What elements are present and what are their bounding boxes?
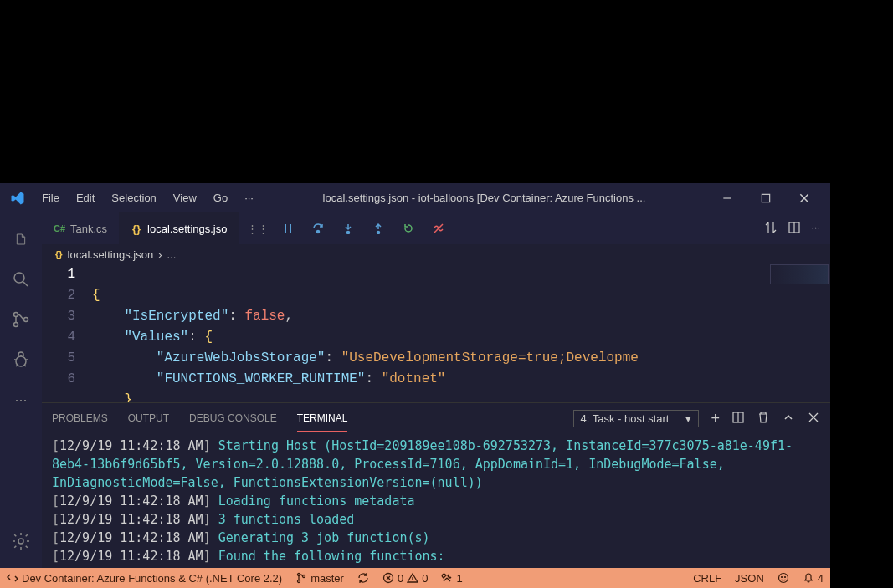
terminal-output[interactable]: [12/9/19 11:42:18 AM] Starting Host (Hos… bbox=[42, 433, 830, 568]
new-terminal-icon[interactable]: + bbox=[711, 410, 720, 427]
maximize-panel-icon[interactable] bbox=[782, 411, 795, 427]
close-button[interactable] bbox=[785, 183, 824, 212]
dropdown-icon: ▾ bbox=[685, 412, 691, 425]
terminal-timestamp: [12/9/19 11:42:18 AM] bbox=[52, 493, 211, 509]
svg-point-12 bbox=[298, 574, 300, 576]
sync-icon bbox=[357, 572, 369, 584]
activity-bar: ··· bbox=[0, 212, 42, 568]
split-editor-icon[interactable] bbox=[788, 221, 801, 237]
svg-point-4 bbox=[24, 318, 28, 322]
feedback-icon[interactable] bbox=[771, 572, 796, 585]
warning-icon bbox=[407, 572, 418, 584]
svg-point-1 bbox=[14, 273, 24, 283]
menu-view[interactable]: View bbox=[167, 188, 203, 207]
tab-tank-cs[interactable]: C# Tank.cs bbox=[42, 212, 119, 244]
restart-icon[interactable] bbox=[398, 217, 419, 239]
breadcrumb-file[interactable]: local.settings.json bbox=[68, 248, 154, 261]
drag-handle-icon[interactable]: ⋮⋮ bbox=[247, 217, 269, 239]
menu-edit[interactable]: Edit bbox=[69, 188, 101, 207]
step-out-icon[interactable] bbox=[367, 217, 389, 239]
panel-tab-debug-console[interactable]: DEBUG CONSOLE bbox=[189, 406, 277, 431]
source-control-icon[interactable] bbox=[0, 299, 42, 340]
terminal-timestamp: [12/9/19 11:42:18 AM] bbox=[52, 438, 211, 453]
git-branch[interactable]: master bbox=[289, 572, 351, 585]
remote-icon bbox=[7, 572, 18, 584]
svg-point-2 bbox=[14, 313, 18, 317]
tools-icon bbox=[441, 572, 453, 584]
tab-local-settings[interactable]: {} local.settings.jso bbox=[119, 212, 239, 244]
statusbar: Dev Container: Azure Functions & C# (.NE… bbox=[0, 568, 830, 588]
step-over-icon[interactable] bbox=[307, 217, 329, 239]
compare-changes-icon[interactable] bbox=[764, 221, 778, 237]
terminal-timestamp: [12/9/19 11:42:18 AM] bbox=[52, 549, 211, 564]
csharp-file-icon: C# bbox=[54, 222, 65, 234]
json-file-icon: {} bbox=[131, 222, 142, 234]
debug-toolbar: ⋮⋮ bbox=[239, 217, 458, 239]
json-file-icon: {} bbox=[55, 249, 63, 259]
titlebar: File Edit Selection View Go ··· local.se… bbox=[0, 183, 830, 212]
bell-icon bbox=[803, 572, 814, 584]
panel-tab-problems[interactable]: PROBLEMS bbox=[52, 406, 108, 431]
search-icon[interactable] bbox=[0, 259, 42, 299]
tab-label: local.settings.jso bbox=[147, 222, 227, 235]
eol-indicator[interactable]: CRLF bbox=[686, 572, 728, 585]
terminal-timestamp: [12/9/19 11:42:18 AM] bbox=[52, 512, 211, 527]
maximize-button[interactable] bbox=[747, 183, 785, 212]
line-gutter: 1 2 3 4 5 6 bbox=[42, 264, 92, 402]
code-content[interactable]: { "IsEncrypted": false, "Values": { "Azu… bbox=[92, 264, 830, 402]
terminal-message: Loading functions metadata bbox=[211, 493, 415, 509]
terminal-message: Found the following functions: bbox=[211, 549, 445, 564]
svg-point-3 bbox=[14, 323, 18, 327]
more-icon[interactable]: ··· bbox=[0, 380, 42, 420]
minimap[interactable] bbox=[770, 264, 829, 284]
svg-rect-0 bbox=[762, 194, 769, 202]
disconnect-icon[interactable] bbox=[428, 217, 449, 239]
bottom-panel: PROBLEMS OUTPUT DEBUG CONSOLE TERMINAL 4… bbox=[42, 402, 830, 568]
editor[interactable]: 1 2 3 4 5 6 { "IsEncrypted": false, "Val… bbox=[42, 264, 830, 402]
svg-point-16 bbox=[778, 574, 788, 583]
debug-icon[interactable] bbox=[0, 340, 42, 380]
branch-icon bbox=[295, 572, 307, 584]
tools-indicator[interactable]: 1 bbox=[434, 572, 469, 585]
error-icon bbox=[382, 572, 394, 584]
step-into-icon[interactable] bbox=[337, 217, 359, 239]
terminal-timestamp: [12/9/19 11:42:18 AM] bbox=[52, 530, 211, 545]
menu-selection[interactable]: Selection bbox=[105, 188, 162, 207]
close-panel-icon[interactable] bbox=[807, 411, 820, 427]
kill-terminal-icon[interactable] bbox=[757, 411, 770, 427]
problems-indicator[interactable]: 0 0 bbox=[376, 572, 434, 585]
svg-point-7 bbox=[317, 231, 320, 233]
svg-point-6 bbox=[18, 539, 23, 544]
explorer-icon[interactable] bbox=[0, 219, 42, 259]
tab-bar: C# Tank.cs {} local.settings.jso ⋮⋮ bbox=[42, 212, 830, 244]
remote-indicator[interactable]: Dev Container: Azure Functions & C# (.NE… bbox=[0, 572, 289, 585]
vscode-logo-icon bbox=[10, 191, 25, 206]
tab-label: Tank.cs bbox=[70, 222, 107, 235]
menu-file[interactable]: File bbox=[35, 188, 66, 207]
sync-button[interactable] bbox=[351, 572, 376, 584]
svg-point-8 bbox=[347, 232, 350, 234]
menu-go[interactable]: Go bbox=[207, 188, 234, 207]
breadcrumb-rest[interactable]: ... bbox=[167, 248, 177, 261]
vscode-window: File Edit Selection View Go ··· local.se… bbox=[0, 183, 830, 588]
menu-overflow[interactable]: ··· bbox=[238, 188, 260, 207]
panel-tab-output[interactable]: OUTPUT bbox=[128, 406, 169, 431]
settings-gear-icon[interactable] bbox=[0, 521, 42, 561]
split-terminal-icon[interactable] bbox=[731, 411, 745, 427]
chevron-right-icon: › bbox=[158, 248, 162, 261]
window-title: local.settings.json - iot-balloons [Dev … bbox=[264, 192, 705, 204]
panel-tabs: PROBLEMS OUTPUT DEBUG CONSOLE TERMINAL 4… bbox=[42, 403, 830, 433]
language-mode[interactable]: JSON bbox=[728, 572, 771, 585]
minimize-button[interactable] bbox=[708, 183, 747, 212]
svg-point-13 bbox=[298, 580, 300, 583]
terminal-message: Generating 3 job function(s) bbox=[211, 530, 430, 545]
svg-point-18 bbox=[784, 577, 785, 578]
more-actions-icon[interactable]: ··· bbox=[811, 221, 820, 237]
terminal-message: 3 functions loaded bbox=[211, 512, 355, 527]
notifications-indicator[interactable]: 4 bbox=[796, 572, 830, 585]
breadcrumb[interactable]: {} local.settings.json › ... bbox=[42, 244, 830, 264]
pause-icon[interactable] bbox=[277, 217, 299, 239]
panel-tab-terminal[interactable]: TERMINAL bbox=[297, 406, 348, 432]
terminal-selector[interactable]: 4: Task - host start▾ bbox=[573, 410, 700, 427]
svg-point-17 bbox=[781, 577, 782, 578]
